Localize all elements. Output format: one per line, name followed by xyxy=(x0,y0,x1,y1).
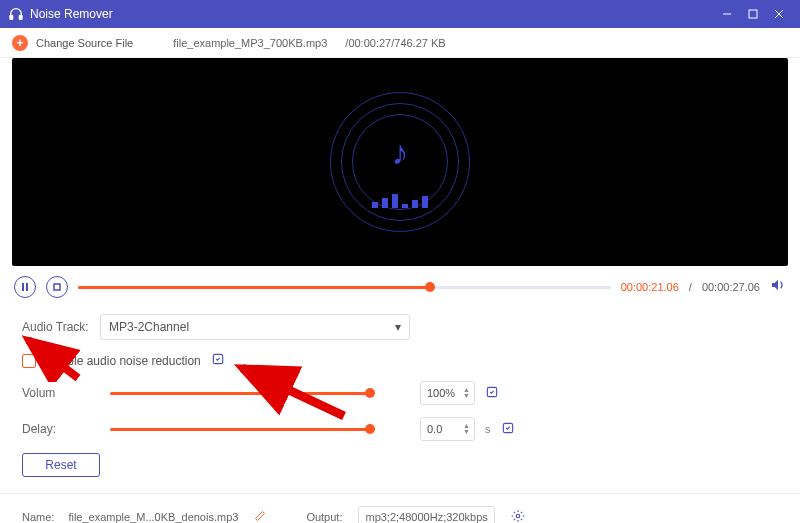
preview-area: ♪ xyxy=(12,58,788,266)
svg-rect-7 xyxy=(26,283,28,291)
noise-settings-icon[interactable] xyxy=(211,352,225,369)
source-filename: file_example_MP3_700KB.mp3 xyxy=(173,37,327,49)
pause-button[interactable] xyxy=(14,276,36,298)
svg-point-14 xyxy=(516,514,520,518)
delay-slider[interactable] xyxy=(110,428,370,431)
audio-track-row: Audio Track: MP3-2Channel ▾ xyxy=(22,314,778,340)
name-value: file_example_M...0KB_denois.mp3 xyxy=(68,511,238,523)
plus-icon: + xyxy=(12,35,28,51)
audio-track-value: MP3-2Channel xyxy=(109,320,189,334)
reset-label: Reset xyxy=(45,458,76,472)
settings-panel: Audio Track: MP3-2Channel ▾ Enable audio… xyxy=(0,308,800,489)
volume-value: 100% xyxy=(427,387,455,399)
delay-value: 0.0 xyxy=(427,423,442,435)
playback-progress[interactable] xyxy=(78,286,611,289)
delay-reset-icon[interactable] xyxy=(501,421,515,438)
music-note-icon: ♪ xyxy=(392,133,409,172)
output-value: mp3;2;48000Hz;320kbps xyxy=(365,511,487,523)
noise-reduction-checkbox[interactable] xyxy=(22,354,36,368)
window-title: Noise Remover xyxy=(30,7,714,21)
audio-placeholder-icon: ♪ xyxy=(330,92,470,232)
noise-reduction-label: Enable audio noise reduction xyxy=(46,354,201,368)
volume-stepper[interactable]: ▲▼ xyxy=(463,387,470,399)
source-meta: /00:00:27/746.27 KB xyxy=(345,37,445,49)
name-label: Name: xyxy=(22,511,54,523)
svg-rect-0 xyxy=(10,15,13,19)
volume-slider[interactable] xyxy=(110,392,370,395)
volume-input[interactable]: 100% ▲▼ xyxy=(420,381,475,405)
delay-unit: s xyxy=(485,423,491,435)
edit-name-icon[interactable] xyxy=(254,510,266,523)
output-area: Name: file_example_M...0KB_denois.mp3 Ou… xyxy=(0,502,800,523)
app-logo-icon xyxy=(8,6,24,22)
maximize-button[interactable] xyxy=(740,0,766,28)
svg-rect-8 xyxy=(54,284,60,290)
output-label: Output: xyxy=(306,511,342,523)
delay-row: Delay: 0.0 ▲▼ s xyxy=(22,417,778,441)
svg-rect-6 xyxy=(22,283,24,291)
source-bar: + Change Source File file_example_MP3_70… xyxy=(0,28,800,58)
total-time: 00:00:27.06 xyxy=(702,281,760,293)
audio-track-label: Audio Track: xyxy=(22,320,90,334)
change-source-button[interactable]: + Change Source File xyxy=(12,35,133,51)
volume-row: Volum 100% ▲▼ xyxy=(22,381,778,405)
playback-controls: 00:00:21.06/00:00:27.06 xyxy=(0,266,800,308)
separator xyxy=(0,493,800,494)
output-format-box: mp3;2;48000Hz;320kbps xyxy=(358,506,494,523)
stop-button[interactable] xyxy=(46,276,68,298)
current-time: 00:00:21.06 xyxy=(621,281,679,293)
output-settings-icon[interactable] xyxy=(511,509,525,523)
svg-rect-1 xyxy=(19,15,22,19)
close-button[interactable] xyxy=(766,0,792,28)
chevron-down-icon: ▾ xyxy=(395,320,401,334)
volume-icon[interactable] xyxy=(770,277,786,297)
reset-button[interactable]: Reset xyxy=(22,453,100,477)
minimize-button[interactable] xyxy=(714,0,740,28)
volume-reset-icon[interactable] xyxy=(485,385,499,402)
audio-track-select[interactable]: MP3-2Channel ▾ xyxy=(100,314,410,340)
noise-reduction-row: Enable audio noise reduction xyxy=(22,352,778,369)
volume-label: Volum xyxy=(22,386,90,400)
change-source-label: Change Source File xyxy=(36,37,133,49)
equalizer-icon xyxy=(372,194,428,208)
time-separator: / xyxy=(689,281,692,293)
delay-stepper[interactable]: ▲▼ xyxy=(463,423,470,435)
delay-label: Delay: xyxy=(22,422,90,436)
title-bar: Noise Remover xyxy=(0,0,800,28)
delay-input[interactable]: 0.0 ▲▼ xyxy=(420,417,475,441)
svg-rect-3 xyxy=(749,10,757,18)
